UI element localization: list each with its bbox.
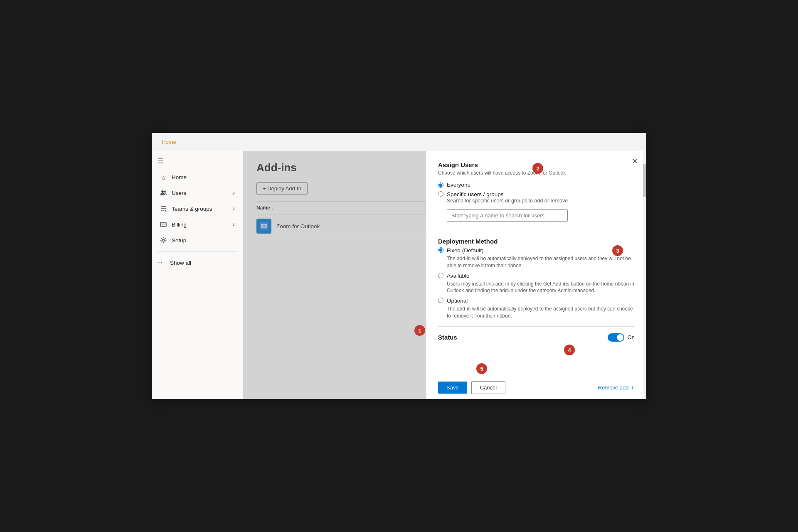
sidebar-item-label: Teams & groups <box>172 206 212 212</box>
radio-optional-label: Optional <box>447 298 468 304</box>
cancel-button[interactable]: Cancel <box>471 381 505 394</box>
teams-icon <box>159 204 167 213</box>
show-all-label: Show all <box>170 260 191 266</box>
dialog-content: Assign Users Choose which users will hav… <box>426 151 646 376</box>
sidebar-item-label: Home <box>172 174 187 180</box>
deployment-radio-group: Fixed (Default) The add-in will be autom… <box>438 246 635 320</box>
sidebar-show-all[interactable]: ··· Show all <box>152 255 243 270</box>
radio-specific-label: Specific users / groups <box>447 191 504 197</box>
sidebar-item-label: Users <box>172 190 186 196</box>
dots-icon: ··· <box>158 259 166 267</box>
radio-available-label: Available <box>447 273 470 279</box>
sidebar-item-label: Billing <box>172 222 187 228</box>
menu-button[interactable]: ☰ <box>152 153 243 169</box>
section-divider-2 <box>438 326 635 327</box>
radio-available-input[interactable] <box>438 273 443 278</box>
top-bar-title: Home <box>162 139 176 145</box>
radio-everyone-label: Everyone <box>447 182 470 188</box>
hamburger-icon: ☰ <box>158 158 163 165</box>
radio-optional[interactable]: Optional The add-in will be automaticall… <box>438 297 635 320</box>
sidebar-item-users[interactable]: Users ∨ <box>153 185 241 200</box>
content-area: Add-ins + Deploy Add-In Name ↓ <box>243 151 646 399</box>
step-badge-1: 1 <box>414 325 425 336</box>
sidebar-item-setup[interactable]: Setup <box>153 233 241 248</box>
billing-icon <box>159 220 167 229</box>
sidebar-item-billing[interactable]: Billing ∨ <box>153 217 241 232</box>
radio-everyone[interactable]: Everyone <box>438 182 635 188</box>
status-section: Status On <box>438 333 635 342</box>
radio-fixed-desc: The add-in will be automatically deploye… <box>447 255 635 269</box>
dialog: ✕ Assign Users Choose which users will h… <box>426 151 646 399</box>
svg-point-2 <box>165 210 166 212</box>
radio-optional-input[interactable] <box>438 298 443 303</box>
assign-users-radio-group: Everyone Specific users / groups Search … <box>438 182 635 224</box>
sidebar-item-home[interactable]: ⌂ Home <box>153 170 241 185</box>
chevron-down-icon: ∨ <box>232 222 235 227</box>
sidebar-divider <box>158 251 237 252</box>
radio-fixed-label: Fixed (Default) <box>447 247 484 254</box>
deployment-title: Deployment Method <box>438 238 635 245</box>
radio-available[interactable]: Available Users may install this add-in … <box>438 272 635 295</box>
setup-icon <box>159 236 167 244</box>
svg-point-0 <box>161 190 164 193</box>
user-search-input[interactable] <box>447 209 568 222</box>
scrollbar-thumb[interactable] <box>643 164 646 197</box>
section-divider <box>438 231 635 231</box>
step-badge-3: 3 <box>612 245 623 256</box>
chevron-down-icon: ∨ <box>232 206 235 212</box>
top-bar: Home <box>152 133 646 151</box>
status-toggle[interactable] <box>608 333 624 342</box>
step-badge-5: 5 <box>476 363 487 374</box>
toggle-label: On <box>628 334 635 340</box>
radio-optional-desc: The add-in will be automatically deploye… <box>447 305 635 320</box>
sidebar-item-label: Setup <box>172 237 186 244</box>
radio-fixed-input[interactable] <box>438 247 443 253</box>
remove-addin-button[interactable]: Remove add-in <box>598 384 635 391</box>
toggle-row: On <box>608 333 635 342</box>
save-button[interactable]: Save <box>438 382 467 394</box>
deployment-section: Deployment Method Fixed (Default) The ad… <box>438 238 635 320</box>
radio-fixed[interactable]: Fixed (Default) The add-in will be autom… <box>438 246 635 269</box>
svg-point-4 <box>163 239 165 241</box>
dialog-footer: Save Cancel Remove add-in <box>426 376 646 399</box>
sidebar-item-teams[interactable]: Teams & groups ∨ <box>153 201 241 216</box>
radio-available-desc: Users may install this add-in by clickin… <box>447 281 635 295</box>
radio-everyone-input[interactable] <box>438 182 443 188</box>
svg-point-1 <box>164 191 166 193</box>
radio-specific-input[interactable] <box>438 191 443 197</box>
sidebar: ☰ ⌂ Home Users ∨ Teams & groups ∨ <box>152 151 243 399</box>
users-icon <box>159 189 167 197</box>
chevron-down-icon: ∨ <box>232 190 235 196</box>
dialog-scrollbar[interactable] <box>643 151 646 399</box>
search-label: Search for specific users or groups to a… <box>447 198 568 204</box>
status-title: Status <box>438 334 457 341</box>
dialog-close-button[interactable]: ✕ <box>629 155 640 167</box>
home-icon: ⌂ <box>159 173 167 181</box>
step-badge-4: 4 <box>564 345 575 355</box>
svg-rect-3 <box>160 222 166 227</box>
step-badge-2: 2 <box>532 163 543 174</box>
radio-specific[interactable]: Specific users / groups Search for speci… <box>438 190 635 224</box>
